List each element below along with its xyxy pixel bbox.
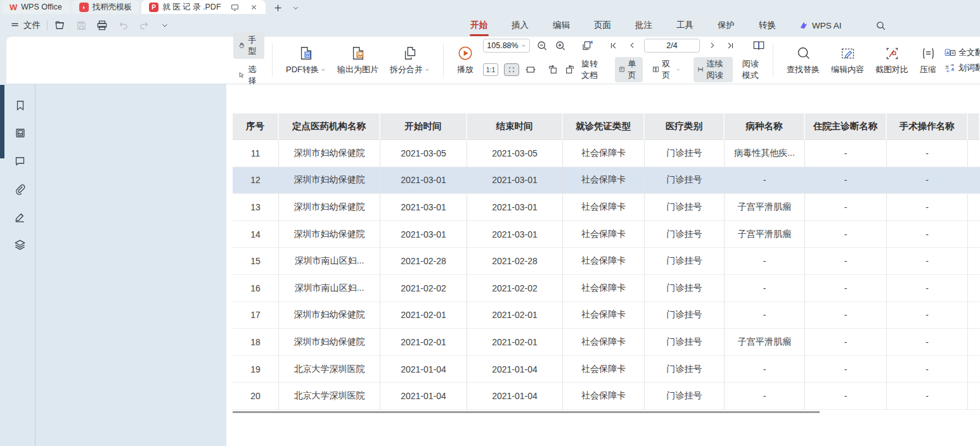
table-cell: 2021-03-01 (467, 221, 563, 248)
table-cell: 2021-02-01 (467, 329, 563, 356)
print-icon[interactable] (96, 19, 108, 32)
single-page-button[interactable]: 单页 (615, 57, 643, 82)
table-row[interactable]: 17深圳市妇幼保健院2021-02-012021-02-01社会保障卡门诊挂号-… (233, 302, 980, 329)
hand-tool-label: 手型 (248, 34, 259, 57)
menu-search-icon[interactable] (875, 19, 887, 32)
comment-icon[interactable] (13, 154, 27, 168)
bookmark-icon[interactable] (13, 98, 27, 112)
undo-icon[interactable] (117, 19, 129, 32)
split-merge-icon (402, 45, 418, 61)
table-row[interactable]: 15深圳市南山区妇...2021-02-282021-02-28社会保障卡门诊挂… (233, 248, 980, 275)
chevron-down-icon (521, 43, 526, 48)
export-as-image-button[interactable]: 输出为图片 (332, 44, 384, 77)
actual-size-button[interactable]: 1:1 (483, 63, 498, 76)
tab-edit[interactable]: 编辑 (551, 16, 571, 35)
table-row[interactable]: 14深圳市妇幼保健院2021-03-012021-03-01社会保障卡门诊挂号子… (233, 221, 980, 248)
first-page-icon[interactable] (607, 39, 620, 52)
chevron-down-icon (321, 67, 326, 72)
table-row[interactable]: 16深圳市南山区妇...2021-02-022021-02-02社会保障卡门诊挂… (233, 275, 980, 302)
split-merge-button[interactable]: 拆分合并 (384, 44, 435, 77)
find-replace-label: 查找替换 (787, 64, 820, 75)
tab-list-chevron-icon[interactable] (290, 1, 302, 14)
table-cell: - (805, 302, 887, 329)
compress-button[interactable]: 压缩 (914, 44, 942, 77)
rotate-pages-icon[interactable] (581, 39, 594, 52)
hand-tool-button[interactable]: 手型 (233, 32, 264, 59)
open-file-icon[interactable] (54, 19, 67, 32)
table-row[interactable]: 20北京大学深圳医院2021-01-042021-01-04社会保障卡门诊挂号-… (233, 383, 980, 410)
continuous-reading-icon (697, 65, 704, 74)
tab-wps-office[interactable]: W WPS Office (2, 0, 70, 14)
tab-protect[interactable]: 保护 (716, 16, 736, 35)
divider (773, 43, 773, 77)
table-cell: 门诊挂号 (645, 356, 725, 383)
tab-docer-templates[interactable]: ◗ 找稻壳模板 (72, 0, 140, 14)
table-cell: 社会保障卡 (563, 302, 645, 329)
table-row[interactable]: 12深圳市妇幼保健院2021-03-012021-03-01社会保障卡门诊挂号-… (233, 167, 980, 194)
file-menu-button[interactable]: 文件 (10, 20, 41, 31)
read-mode-icon[interactable] (752, 39, 765, 52)
attachment-icon[interactable] (13, 182, 27, 196)
table-cell (968, 302, 980, 329)
table-cell: 2021-01-04 (380, 383, 467, 410)
zoom-out-icon[interactable] (536, 39, 548, 52)
layers-icon[interactable] (13, 238, 27, 252)
table-cell (968, 248, 980, 275)
tab-insert[interactable]: 插入 (510, 16, 530, 35)
zoom-in-icon[interactable] (554, 39, 567, 52)
fit-page-icon (508, 66, 515, 73)
continuous-reading-button[interactable]: 连续阅读 (693, 57, 733, 82)
table-row[interactable]: 13深圳市妇幼保健院2021-03-012021-03-01社会保障卡门诊挂号子… (233, 194, 980, 221)
fit-width-icon[interactable] (525, 63, 536, 76)
tab-annotate[interactable]: 批注 (634, 16, 654, 35)
table-cell: - (805, 221, 887, 248)
previous-page-icon[interactable] (626, 39, 638, 52)
wps-ai-button[interactable]: WPS AI (799, 21, 842, 30)
play-slideshow-button[interactable]: 播放 (451, 44, 479, 77)
next-page-icon[interactable] (706, 39, 718, 52)
view-controls: 105.88% 2/4 (483, 39, 765, 82)
save-icon[interactable] (75, 19, 87, 32)
table-row[interactable]: 19北京大学深圳医院2021-01-042021-01-04社会保障卡门诊挂号-… (233, 356, 980, 383)
zoom-level-select[interactable]: 105.88% (483, 39, 530, 53)
screenshot-compare-button[interactable]: 截图对比 (870, 44, 914, 77)
enter-fullscreen-icon[interactable] (229, 1, 242, 13)
page-number-input[interactable]: 2/4 (644, 39, 700, 53)
double-page-button[interactable]: 双页 (648, 57, 684, 82)
table-cell: 19 (233, 356, 279, 383)
tab-page[interactable]: 页面 (593, 16, 612, 35)
table-cell: 2021-02-02 (380, 275, 467, 302)
pdf-convert-button[interactable]: W PDF转换 (280, 44, 332, 77)
tab-document-pdf[interactable]: P 就 医 记 录 .PDF (141, 0, 265, 14)
edit-content-button[interactable]: 编辑内容 (825, 44, 870, 77)
pdf-page[interactable]: 序号定点医药机构名称开始时间结束时间就诊凭证类型医疗类别病种名称住院主诊断名称手… (226, 84, 980, 446)
table-cell: - (805, 167, 887, 194)
read-mode-label[interactable]: 阅读模式 (742, 58, 765, 81)
rotate-left-icon[interactable] (547, 63, 558, 76)
tab-tools[interactable]: 工具 (675, 16, 695, 35)
word-translate-button[interactable]: 文A 划词翻译 (945, 62, 980, 73)
signature-icon[interactable] (13, 210, 27, 224)
collapsed-panel-scrollbar[interactable] (0, 85, 4, 158)
table-cell: 社会保障卡 (563, 356, 645, 383)
table-cell: 2021-03-01 (380, 221, 467, 248)
find-replace-button[interactable]: 查找替换 (781, 44, 825, 77)
thumbnail-icon[interactable] (13, 126, 27, 140)
tab-convert[interactable]: 转换 (758, 16, 777, 35)
table-cell: 16 (233, 275, 279, 302)
rotate-right-icon[interactable] (564, 63, 576, 76)
rotate-document-label[interactable]: 旋转文档 (581, 58, 604, 81)
header-cell: 开始时间 (380, 113, 467, 140)
redo-icon[interactable] (138, 19, 150, 32)
close-tab-icon[interactable] (248, 1, 261, 13)
quickbar-chevron-icon[interactable] (158, 19, 171, 32)
full-translate-button[interactable]: A 全文翻译 (945, 47, 980, 58)
last-page-icon[interactable] (724, 39, 737, 52)
new-tab-button[interactable] (272, 1, 285, 14)
tab-label: 就 医 记 录 .PDF (162, 2, 221, 13)
tab-home[interactable]: 开始 (469, 16, 489, 35)
export-as-image-label: 输出为图片 (337, 64, 378, 75)
table-row[interactable]: 11深圳市妇幼保健院2021-03-052021-03-05社会保障卡门诊挂号病… (233, 140, 980, 167)
table-row[interactable]: 18深圳市妇幼保健院2021-02-012021-02-01社会保障卡门诊挂号子… (233, 329, 980, 356)
fit-page-button[interactable] (504, 63, 519, 76)
